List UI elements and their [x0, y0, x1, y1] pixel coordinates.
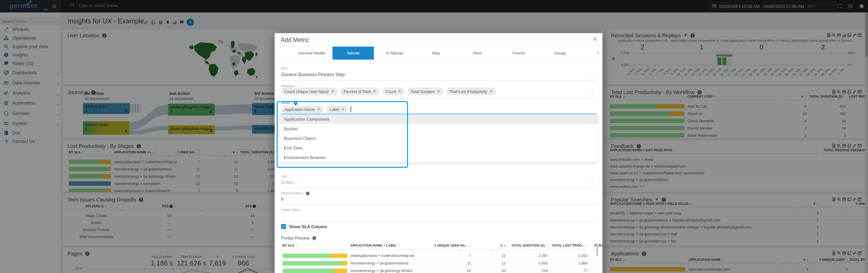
dropdown-option-application-component[interactable]: Application Component	[279, 114, 598, 124]
text-cursor	[351, 106, 351, 112]
table-cell: 2,297	[507, 253, 550, 258]
table-cell: 2,202	[550, 253, 589, 258]
dropdown-option-bucket[interactable]: Bucket	[279, 124, 598, 134]
column-header[interactable]: APPLICATION NAME > LABEL▲▼	[349, 244, 420, 247]
table-row[interactable]: monsterenergy > /ja-jp/energy-drinks/101…	[281, 267, 598, 273]
modal-title: Add Metric	[281, 36, 309, 44]
tab-funnel[interactable]: Funnel	[498, 47, 539, 60]
table-row[interactable]: makeupbymario > /collections/shop-all711…	[281, 252, 598, 260]
measure-chip[interactable]: Total Duration✕	[407, 87, 443, 95]
tab-flow[interactable]: Flow	[457, 47, 498, 60]
measures-dropdown-chevron[interactable]	[587, 87, 597, 95]
show-sla-checkbox[interactable]	[281, 224, 286, 229]
unit-label: Unit	[281, 174, 287, 178]
column-header[interactable]: TOTAL LOST PROD...▲▼	[550, 244, 589, 247]
table-cell: 10	[420, 269, 472, 273]
table-cell: 11	[589, 269, 602, 273]
table-cell: 10	[472, 269, 507, 273]
chip-remove-icon[interactable]: ✕	[342, 107, 345, 112]
decimal-places-input[interactable]: 0	[281, 197, 284, 202]
portlet-filters-label: Portlet Filters	[281, 208, 300, 212]
chevron-down-icon	[590, 90, 594, 93]
dropdown-option-business-object[interactable]: Business Object	[279, 134, 598, 143]
kpi-label: KPI*	[281, 67, 288, 71]
unit-select[interactable]: Select...	[281, 180, 297, 185]
table-cell: monsterenergy > /ja-jp/promotions/	[349, 261, 420, 265]
table-cell: 77	[550, 269, 589, 273]
chip-remove-icon[interactable]: ✕	[490, 89, 493, 94]
portlet-preview-label: Portlet Preview i	[281, 236, 316, 241]
measures-label: Measures*	[281, 84, 297, 88]
sla-bar	[283, 261, 347, 266]
table-cell: 12	[589, 253, 602, 258]
portlet-filters-input[interactable]	[281, 221, 597, 222]
tab-map[interactable]: Map	[415, 47, 457, 60]
dropdown-option-environment-browser[interactable]: Environment Browser	[279, 153, 598, 162]
pivots-label: Pivots* i	[281, 101, 297, 105]
preview-table-scrollbar[interactable]	[596, 243, 598, 256]
measure-chip[interactable]: Count Unique User Name✕	[281, 87, 338, 95]
table-cell	[281, 261, 349, 266]
tabs-overflow-chevron[interactable]	[596, 51, 600, 56]
add-metric-modal: Add Metric General HealthTabularN Tabula…	[275, 33, 602, 273]
show-sla-label: Show SLA Column	[289, 224, 327, 229]
pivot-chip[interactable]: Application Name✕	[281, 105, 324, 113]
tab-gauge[interactable]: Gauge	[539, 47, 581, 60]
sort-icon[interactable]: ▲▼	[296, 244, 298, 247]
column-header[interactable]: PERCENT %▲▼	[589, 244, 602, 247]
sort-icon[interactable]: ▲▼	[586, 244, 588, 247]
table-cell	[281, 269, 349, 273]
sla-bar	[283, 269, 347, 273]
sort-icon[interactable]: ▲▼	[469, 244, 471, 247]
chip-remove-icon[interactable]: ✕	[398, 89, 402, 94]
kpi-select[interactable]: Generic Business Process Step	[281, 72, 345, 77]
chip-remove-icon[interactable]: ✕	[317, 107, 321, 112]
chip-remove-icon[interactable]: ✕	[437, 89, 440, 94]
table-header-row: BY SLA▲▼APPLICATION NAME > LABEL▲▼# UNIQ…	[281, 242, 598, 249]
chevron-right-icon	[596, 51, 600, 55]
measure-chip[interactable]: Total Lost Productivity✕	[446, 87, 496, 95]
tab-tabular[interactable]: Tabular	[333, 47, 374, 60]
chevron-down-icon	[590, 73, 594, 77]
table-cell: 11	[472, 261, 507, 265]
measure-chip[interactable]: Count✕	[382, 87, 405, 95]
column-header[interactable]: #▲▼	[472, 244, 507, 247]
sort-icon[interactable]: ▲▼	[504, 244, 505, 247]
dropdown-option-end-time[interactable]: End Time	[279, 143, 598, 153]
tab-n-tabular[interactable]: N Tabular	[374, 47, 415, 60]
column-header[interactable]: TOTAL DURATION (S)▲▼	[507, 244, 550, 247]
chip-remove-icon[interactable]: ✕	[373, 89, 376, 94]
decimal-places-label: Decimal Places i	[281, 191, 310, 195]
pivots-dropdown-list: Application ComponentBucketBusiness Obje…	[279, 114, 598, 163]
chip-remove-icon[interactable]: ✕	[331, 89, 335, 94]
close-icon[interactable]	[593, 37, 597, 43]
pivot-chip[interactable]: Label✕	[326, 105, 348, 113]
pivots-select[interactable]: Application Name✕Label✕	[281, 105, 351, 113]
measures-select[interactable]: Count Unique User Name✕Percent of Total✕…	[281, 87, 496, 95]
portlet-preview-info-icon[interactable]: i	[312, 236, 316, 240]
kpi-dropdown-chevron[interactable]	[587, 71, 597, 79]
check-icon	[282, 224, 285, 228]
chevron-down-icon	[590, 181, 594, 184]
column-resize-handles[interactable]: //////////////	[281, 249, 598, 252]
table-cell: 7	[420, 253, 472, 258]
sort-icon[interactable]: ▲▼	[546, 244, 548, 247]
table-cell: 11	[472, 253, 507, 258]
sla-bar	[283, 253, 347, 258]
column-header[interactable]: BY SLA▲▼	[281, 244, 349, 247]
table-cell: monsterenergy > /ja-jp/energy-drinks/	[349, 269, 420, 273]
modal-header: Add Metric	[275, 33, 602, 47]
unit-dropdown-chevron[interactable]	[587, 179, 597, 187]
pivots-info-icon[interactable]: i	[294, 102, 297, 105]
decimal-places-info-icon[interactable]: i	[306, 192, 310, 195]
sort-icon[interactable]: ▲▼	[398, 244, 400, 247]
measure-chip[interactable]: Percent of Total✕	[340, 87, 379, 95]
tab-general-health[interactable]: General Health	[291, 47, 333, 60]
table-cell: 12	[589, 261, 602, 265]
table-cell: 2,032	[507, 261, 550, 265]
close-icon	[593, 37, 597, 42]
table-cell	[281, 253, 349, 258]
table-cell: 1,864	[550, 261, 589, 265]
table-row[interactable]: monsterenergy > /ja-jp/promotions/11112,…	[281, 260, 598, 267]
column-header[interactable]: # UNIQUE USER NA...▲▼	[420, 244, 472, 247]
